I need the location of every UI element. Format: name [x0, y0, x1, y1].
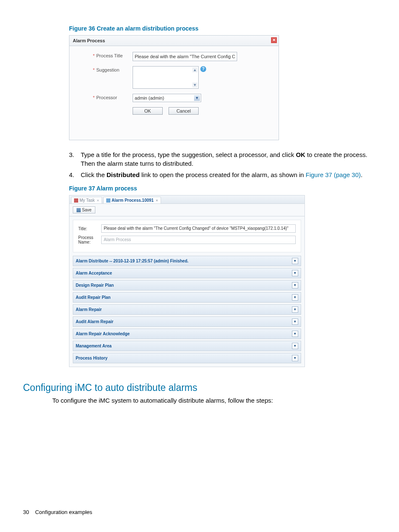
process-name-label: Process Name: [78, 235, 101, 244]
ok-button[interactable]: OK [133, 107, 163, 115]
tab-close-icon[interactable]: × [156, 198, 158, 203]
step-bar-alarm-repair[interactable]: Alarm Repair▾ [73, 304, 301, 315]
step-bar-process-history[interactable]: Process History▾ [73, 353, 301, 363]
help-icon[interactable]: ? [200, 66, 206, 72]
task-icon [74, 198, 78, 203]
step-bar-design-repair-plan[interactable]: Design Repair Plan▾ [73, 280, 301, 290]
close-icon[interactable]: ✕ [271, 37, 277, 43]
scroll-up-icon[interactable]: ▲ [192, 67, 197, 72]
step-bar-alarm-distribute[interactable]: Alarm Distribute -- 2010-12-19 17:25:57 … [73, 256, 301, 266]
scroll-down-icon[interactable]: ▼ [192, 82, 197, 87]
cancel-button[interactable]: Cancel [169, 107, 199, 115]
alarm-process-panel: My Task × Alarm Process.10091 × Save Tit… [69, 195, 305, 367]
process-icon [106, 198, 110, 203]
chevron-down-icon[interactable]: ▾ [292, 331, 298, 337]
step-bar-alarm-acceptance[interactable]: Alarm Acceptance▾ [73, 268, 301, 278]
chevron-down-icon[interactable]: ▾ [292, 306, 298, 313]
chevron-down-icon: ▼ [194, 95, 200, 101]
figure-37-caption: Figure 37 Alarm process [69, 185, 376, 192]
save-icon [77, 208, 81, 212]
tab-close-icon[interactable]: × [97, 198, 99, 203]
process-name-field[interactable]: Alarm Process [101, 236, 296, 244]
processor-label: *Processor [93, 94, 133, 100]
chevron-down-icon[interactable]: ▾ [292, 258, 298, 264]
processor-select[interactable]: admin (admin) ▼ [133, 94, 201, 102]
chevron-down-icon[interactable]: ▾ [292, 282, 298, 288]
dialog-title-text: Alarm Process [73, 38, 105, 43]
chevron-down-icon[interactable]: ▾ [292, 319, 298, 325]
title-label: Title: [78, 226, 101, 231]
dialog-title-bar: Alarm Process ✕ [69, 36, 279, 46]
step-bar-management-area[interactable]: Management Area▾ [73, 341, 301, 351]
step-bar-audit-alarm-repair[interactable]: Audit Alarm Repair▾ [73, 316, 301, 327]
processor-select-value: admin (admin) [135, 95, 164, 100]
chevron-down-icon[interactable]: ▾ [292, 343, 298, 349]
step-3-text: Type a title for the process, type the s… [81, 150, 376, 168]
section-heading: Configuring iMC to auto distribute alarm… [23, 382, 376, 393]
page-number: 30 [23, 509, 29, 515]
suggestion-label: *Suggestion [93, 66, 133, 72]
step-bar-audit-repair-plan[interactable]: Audit Repair Plan▾ [73, 292, 301, 303]
step-3-number: 3. [69, 150, 81, 168]
tab-alarm-process[interactable]: Alarm Process.10091 × [103, 197, 161, 203]
step-bar-alarm-repair-ack[interactable]: Alarm Repair Acknowledge▾ [73, 329, 301, 339]
section-body: To configure the iMC system to automatic… [52, 397, 376, 404]
alarm-process-dialog: Alarm Process ✕ *Process Title *Suggesti… [69, 35, 279, 140]
figure-37-link[interactable]: Figure 37 (page 30) [306, 171, 361, 178]
step-4-text: Click the Distributed link to open the p… [81, 170, 376, 179]
footer-title: Configuration examples [35, 509, 92, 515]
chevron-down-icon[interactable]: ▾ [292, 355, 298, 361]
step-4-number: 4. [69, 170, 81, 179]
chevron-down-icon[interactable]: ▾ [292, 294, 298, 301]
tab-my-task[interactable]: My Task × [71, 197, 102, 203]
figure-36-caption: Figure 36 Create an alarm distribution p… [69, 25, 376, 32]
title-field[interactable]: Please deal with the alarm "The Current … [101, 224, 296, 233]
page-footer: 30 Configuration examples [23, 509, 92, 515]
chevron-down-icon[interactable]: ▾ [292, 270, 298, 276]
process-title-label: *Process Title [93, 52, 133, 58]
process-title-input[interactable] [133, 52, 237, 61]
suggestion-textarea[interactable]: ▲ ▼ [133, 66, 199, 89]
save-button[interactable]: Save [73, 206, 95, 213]
